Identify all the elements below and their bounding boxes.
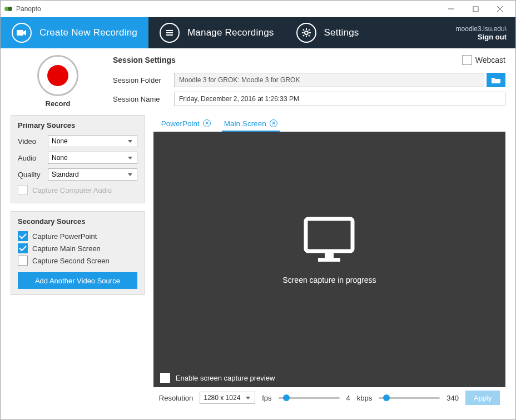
tab-powerpoint-label: PowerPoint (161, 119, 200, 128)
tab-main-screen-close[interactable]: ✕ (270, 119, 277, 127)
monitor-icon (301, 216, 357, 266)
right-column: PowerPoint ✕ Main Screen ✕ Screen captur… (153, 115, 505, 405)
nav-manage-recordings[interactable]: Manage Recordings (148, 17, 285, 48)
signout-link[interactable]: Sign out (456, 33, 507, 41)
audio-label: Audio (18, 154, 48, 162)
webcast-label: Webcast (475, 56, 505, 64)
secondary-sources-title: Secondary Sources (18, 217, 137, 226)
minimize-button[interactable] (439, 1, 463, 17)
audio-dropdown[interactable]: None (48, 152, 137, 164)
fps-slider-thumb[interactable] (283, 394, 290, 401)
record-label: Record (46, 99, 71, 108)
quality-label: Quality (18, 171, 48, 179)
quality-dropdown[interactable]: Standard (48, 168, 137, 181)
record-button[interactable] (37, 55, 78, 96)
tab-powerpoint[interactable]: PowerPoint ✕ (159, 118, 213, 132)
kbps-label: kbps (357, 394, 372, 402)
capture-powerpoint-checkbox[interactable] (18, 231, 28, 241)
app-title: Panopto (16, 5, 41, 13)
capture-computer-audio-option: Capture Computer Audio (18, 185, 137, 195)
session-folder-label: Session Folder (113, 76, 174, 84)
tab-main-screen[interactable]: Main Screen ✕ (222, 118, 280, 132)
session-settings-title-text: Session Settings (113, 56, 176, 64)
capture-computer-audio-checkbox (18, 185, 28, 195)
svg-line-18 (303, 35, 304, 36)
enable-preview-label: Enable screen capture preview (176, 374, 275, 382)
video-row: Video None (18, 135, 137, 147)
capture-second-screen-label: Capture Second Screen (32, 257, 110, 265)
session-settings: Session Settings Webcast Session Folder … (113, 55, 505, 111)
preview-center: Screen capture in progress (153, 132, 505, 368)
nav-create-label: Create New Recording (39, 27, 137, 38)
nav-manage-label: Manage Recordings (187, 27, 274, 38)
nav-account: moodle3.lsu.edu\ Sign out (447, 17, 515, 48)
session-name-input[interactable]: Friday, December 2, 2016 at 1:26:33 PM (174, 92, 505, 106)
navbar: Create New Recording Manage Recordings S… (1, 17, 515, 48)
folder-icon (491, 76, 501, 84)
host-label: moodle3.lsu.edu\ (456, 25, 507, 33)
session-folder-row: Session Folder Moodle 3 for GROK: Moodle… (113, 73, 505, 87)
webcast-option[interactable]: Webcast (462, 55, 505, 65)
enable-preview-checkbox[interactable] (160, 373, 170, 383)
svg-rect-3 (473, 7, 478, 12)
tab-main-screen-label: Main Screen (224, 119, 266, 128)
capture-powerpoint-option[interactable]: Capture PowerPoint (18, 231, 137, 241)
gear-icon (296, 23, 316, 43)
kbps-slider[interactable] (379, 393, 440, 402)
audio-row: Audio None (18, 152, 137, 164)
svg-rect-19 (306, 219, 353, 251)
apply-button[interactable]: Apply (465, 391, 500, 405)
browse-folder-button[interactable] (487, 73, 505, 87)
capture-settings-footer: Resolution 1280 x 1024 fps 4 kbps 340 Ap… (153, 387, 505, 405)
nav-settings-label: Settings (324, 27, 359, 38)
resolution-dropdown[interactable]: 1280 x 1024 (200, 392, 255, 404)
preview-bottom-bar: Enable screen capture preview (153, 368, 505, 387)
record-icon (47, 65, 68, 86)
svg-rect-20 (325, 251, 334, 258)
session-name-label: Session Name (113, 95, 174, 103)
nav-create-recording[interactable]: Create New Recording (1, 17, 148, 48)
maximize-button[interactable] (463, 1, 488, 17)
fps-value: 4 (346, 394, 350, 402)
video-dropdown[interactable]: None (48, 135, 137, 147)
capture-second-screen-option[interactable]: Capture Second Screen (18, 256, 137, 266)
primary-sources-title: Primary Sources (18, 121, 137, 129)
left-column: Primary Sources Video None Audio None Qu… (11, 115, 145, 405)
add-video-source-button[interactable]: Add Another Video Source (18, 272, 137, 289)
fps-slider[interactable] (279, 393, 340, 402)
resolution-label: Resolution (159, 394, 193, 402)
source-tabs: PowerPoint ✕ Main Screen ✕ (153, 115, 505, 132)
capture-computer-audio-label: Capture Computer Audio (32, 186, 112, 194)
webcast-checkbox[interactable] (462, 55, 472, 65)
capture-second-screen-checkbox[interactable] (18, 256, 28, 266)
record-block: Record (11, 55, 105, 111)
capture-main-screen-label: Capture Main Screen (32, 244, 101, 253)
preview-message: Screen capture in progress (282, 276, 376, 284)
session-row: Record Session Settings Webcast Session … (1, 48, 515, 115)
nav-settings[interactable]: Settings (285, 17, 370, 48)
titlebar: Panopto (1, 1, 515, 17)
fps-label: fps (262, 394, 271, 402)
quality-row: Quality Standard (18, 168, 137, 181)
preview-area: Screen capture in progress Enable screen… (153, 132, 505, 387)
session-name-row: Session Name Friday, December 2, 2016 at… (113, 92, 505, 106)
window-controls (439, 1, 512, 17)
session-folder-input[interactable]: Moodle 3 for GROK: Moodle 3 for GROK (174, 73, 484, 87)
app-window: Panopto Create New Recording Manage Reco… (0, 0, 516, 420)
list-icon (160, 23, 180, 43)
primary-sources-panel: Primary Sources Video None Audio None Qu… (11, 115, 145, 203)
body-row: Primary Sources Video None Audio None Qu… (1, 115, 515, 408)
capture-powerpoint-label: Capture PowerPoint (32, 232, 97, 241)
capture-main-screen-checkbox[interactable] (18, 243, 28, 253)
panopto-logo-icon (4, 4, 13, 13)
svg-rect-21 (318, 258, 340, 262)
secondary-sources-panel: Secondary Sources Capture PowerPoint Cap… (11, 211, 145, 295)
video-label: Video (18, 137, 48, 146)
tab-powerpoint-close[interactable]: ✕ (203, 119, 211, 127)
close-button[interactable] (488, 1, 512, 17)
svg-line-16 (309, 35, 310, 36)
svg-rect-6 (17, 30, 23, 36)
capture-main-screen-option[interactable]: Capture Main Screen (18, 243, 137, 253)
kbps-slider-thumb[interactable] (383, 394, 390, 401)
svg-line-17 (309, 29, 310, 31)
